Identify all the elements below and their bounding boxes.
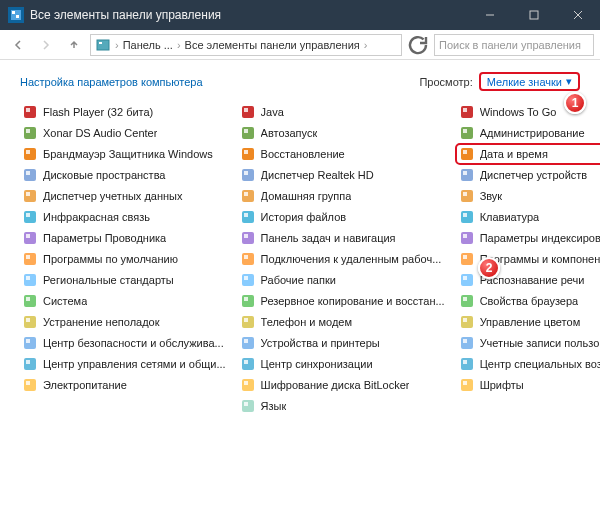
- item-icon: [240, 272, 256, 288]
- view-value: Мелкие значки: [487, 76, 562, 88]
- item-icon: [22, 272, 38, 288]
- control-panel-item[interactable]: Брандмауэр Защитника Windows: [20, 145, 228, 163]
- svg-rect-56: [244, 297, 248, 301]
- back-button[interactable]: [6, 33, 30, 57]
- search-field[interactable]: [439, 39, 589, 51]
- control-panel-item[interactable]: Домашняя группа: [238, 187, 447, 205]
- control-panel-item[interactable]: Система: [20, 292, 228, 310]
- chevron-right-icon: ›: [175, 39, 183, 51]
- control-panel-item[interactable]: Устройства и принтеры: [238, 334, 447, 352]
- svg-rect-7: [97, 40, 109, 50]
- item-icon: [22, 314, 38, 330]
- breadcrumb-a[interactable]: Панель ...: [123, 39, 173, 51]
- item-icon: [459, 251, 475, 267]
- control-panel-item[interactable]: Язык: [238, 397, 447, 415]
- svg-rect-74: [463, 171, 467, 175]
- control-panel-item[interactable]: Шрифты: [457, 376, 600, 394]
- breadcrumb[interactable]: › Панель ... › Все элементы панели управ…: [90, 34, 402, 56]
- control-panel-item[interactable]: Java: [238, 103, 447, 121]
- control-panel-item[interactable]: Диспетчер учетных данных: [20, 187, 228, 205]
- page-heading: Настройка параметров компьютера: [20, 76, 203, 88]
- control-panel-item[interactable]: Диспетчер устройств: [457, 166, 600, 184]
- search-input[interactable]: [434, 34, 594, 56]
- control-panel-item[interactable]: Управление цветом: [457, 313, 600, 331]
- up-button[interactable]: [62, 33, 86, 57]
- control-panel-item[interactable]: Резервное копирование и восстан...: [238, 292, 447, 310]
- control-panel-item[interactable]: Клавиатура: [457, 208, 600, 226]
- control-panel-item[interactable]: Программы по умолчанию: [20, 250, 228, 268]
- svg-rect-34: [26, 360, 30, 364]
- svg-rect-94: [463, 381, 467, 385]
- control-panel-item[interactable]: История файлов: [238, 208, 447, 226]
- forward-button[interactable]: [34, 33, 58, 57]
- control-panel-item[interactable]: Windows To Go: [457, 103, 600, 121]
- item-label: Центр управления сетями и общи...: [43, 358, 226, 370]
- svg-rect-80: [463, 234, 467, 238]
- control-panel-item[interactable]: Центр безопасности и обслужива...: [20, 334, 228, 352]
- svg-rect-48: [244, 213, 248, 217]
- item-icon: [459, 272, 475, 288]
- control-panel-item[interactable]: Рабочие папки: [238, 271, 447, 289]
- item-label: Резервное копирование и восстан...: [261, 295, 445, 307]
- item-label: Брандмауэр Защитника Windows: [43, 148, 213, 160]
- item-label: Центр синхронизации: [261, 358, 373, 370]
- item-icon: [22, 230, 38, 246]
- control-panel-item[interactable]: Дата и время: [457, 145, 600, 163]
- svg-rect-64: [244, 381, 248, 385]
- control-panel-item[interactable]: Устранение неполадок: [20, 313, 228, 331]
- svg-rect-2: [16, 15, 19, 18]
- control-panel-item[interactable]: Региональные стандарты: [20, 271, 228, 289]
- control-panel-item[interactable]: Дисковые пространства: [20, 166, 228, 184]
- item-icon: [240, 377, 256, 393]
- control-panel-item[interactable]: Распознавание речи: [457, 271, 600, 289]
- control-panel-item[interactable]: Автозапуск: [238, 124, 447, 142]
- control-panel-item[interactable]: Панель задач и навигация: [238, 229, 447, 247]
- svg-rect-72: [463, 150, 467, 154]
- control-panel-item[interactable]: Центр синхронизации: [238, 355, 447, 373]
- control-panel-item[interactable]: Учетные записи пользователей: [457, 334, 600, 352]
- maximize-button[interactable]: [512, 0, 556, 30]
- svg-rect-78: [463, 213, 467, 217]
- svg-rect-60: [244, 339, 248, 343]
- control-panel-item[interactable]: Восстановление: [238, 145, 447, 163]
- item-icon: [459, 377, 475, 393]
- item-icon: [240, 314, 256, 330]
- item-icon: [22, 293, 38, 309]
- control-panel-item[interactable]: Свойства браузера: [457, 292, 600, 310]
- item-icon: [459, 167, 475, 183]
- control-panel-item[interactable]: Электропитание: [20, 376, 228, 394]
- item-label: Телефон и модем: [261, 316, 352, 328]
- svg-rect-38: [244, 108, 248, 112]
- breadcrumb-b[interactable]: Все элементы панели управления: [185, 39, 360, 51]
- control-panel-item[interactable]: Xonar DS Audio Center: [20, 124, 228, 142]
- item-label: Региональные стандарты: [43, 274, 174, 286]
- svg-rect-88: [463, 318, 467, 322]
- svg-rect-10: [26, 108, 30, 112]
- chevron-down-icon: ▾: [566, 75, 572, 88]
- item-icon: [459, 146, 475, 162]
- control-panel-item[interactable]: Диспетчер Realtek HD: [238, 166, 447, 184]
- item-label: Рабочие папки: [261, 274, 336, 286]
- navbar: › Панель ... › Все элементы панели управ…: [0, 30, 600, 60]
- control-panel-item[interactable]: Администрирование: [457, 124, 600, 142]
- control-panel-item[interactable]: Параметры индексирования: [457, 229, 600, 247]
- control-panel-item[interactable]: Flash Player (32 бита): [20, 103, 228, 121]
- control-panel-item[interactable]: Центр специальных возможностей: [457, 355, 600, 373]
- control-panel-item[interactable]: Инфракрасная связь: [20, 208, 228, 226]
- control-panel-item[interactable]: Подключения к удаленным рабоч...: [238, 250, 447, 268]
- item-label: Устранение неполадок: [43, 316, 160, 328]
- refresh-button[interactable]: [406, 33, 430, 57]
- item-label: Подключения к удаленным рабоч...: [261, 253, 442, 265]
- control-panel-item[interactable]: Шифрование диска BitLocker: [238, 376, 447, 394]
- view-dropdown[interactable]: Мелкие значки ▾ 1: [479, 72, 580, 91]
- minimize-button[interactable]: [468, 0, 512, 30]
- control-panel-item[interactable]: Параметры Проводника: [20, 229, 228, 247]
- item-icon: [459, 356, 475, 372]
- svg-rect-92: [463, 360, 467, 364]
- control-panel-item[interactable]: Звук: [457, 187, 600, 205]
- close-button[interactable]: [556, 0, 600, 30]
- control-panel-item[interactable]: Телефон и модем: [238, 313, 447, 331]
- chevron-right-icon: ›: [362, 39, 370, 51]
- control-panel-item[interactable]: Центр управления сетями и общи...: [20, 355, 228, 373]
- item-icon: [240, 335, 256, 351]
